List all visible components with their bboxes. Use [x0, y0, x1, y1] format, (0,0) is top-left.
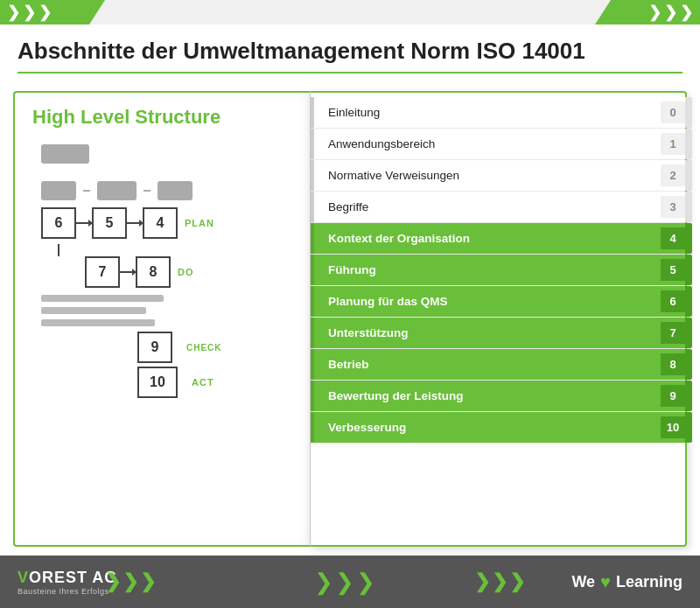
tab-edge-10	[685, 412, 692, 443]
top-bar: ❯ ❯ ❯ ❯ ❯ ❯	[0, 0, 700, 24]
section-label-2: Normative Verweisungen	[321, 169, 661, 182]
content-area: High Level Structure 6 5 4 PLAN	[0, 82, 700, 556]
section-label-8: Betrieb	[321, 358, 661, 371]
section-item-3: Begriffe3	[311, 192, 685, 223]
book-left-page: High Level Structure 6 5 4 PLAN	[13, 91, 311, 547]
connector-h2	[144, 190, 150, 192]
gray-block-3	[97, 181, 136, 200]
section-bar-3	[311, 192, 314, 222]
section-num-10: 10	[661, 416, 685, 438]
section-label-4: Kontext der Organisation	[321, 232, 661, 245]
act-label: ACT	[192, 377, 214, 388]
gray-block-2	[41, 181, 76, 200]
section-label-5: Führung	[321, 263, 661, 276]
section-num-1: 1	[661, 133, 685, 155]
corner-top-left: ❯ ❯ ❯	[0, 0, 105, 24]
we-text: We	[571, 573, 595, 591]
plan-label: PLAN	[185, 218, 214, 228]
arrow-5-4	[127, 222, 143, 224]
tab-edge-5	[685, 255, 692, 285]
vert-conn-1	[58, 244, 60, 256]
gray-line-2	[41, 307, 146, 314]
title-area: Abschnitte der Umweltmanagement Norm ISO…	[0, 24, 700, 82]
section-item-5: Führung5	[311, 255, 685, 286]
section-label-0: Einleitung	[321, 106, 661, 119]
section-bar-7	[311, 318, 314, 348]
section-num-4: 4	[661, 227, 685, 249]
section-bar-4	[311, 223, 314, 254]
section-label-6: Planung für das QMS	[321, 295, 661, 308]
section-bar-8	[311, 349, 314, 380]
plan-row: 6 5 4 PLAN	[41, 207, 292, 239]
section-bar-2	[311, 160, 314, 191]
do-row: 7 8 DO	[85, 256, 292, 288]
box-9: 9	[137, 332, 172, 363]
bl-chevron-1: ❯	[105, 570, 121, 593]
section-bar-6	[311, 286, 314, 317]
section-num-9: 9	[661, 385, 685, 407]
tab-edge-9	[685, 381, 692, 411]
section-item-8: Betrieb8	[311, 349, 685, 381]
section-bar-10	[311, 412, 314, 443]
brand-v: V	[18, 569, 29, 586]
section-label-10: Verbesserung	[321, 421, 661, 434]
br-chevron-1: ❯	[474, 570, 490, 593]
tab-edge-7	[685, 318, 692, 348]
corner-top-right: ❯ ❯ ❯	[595, 0, 700, 24]
box-10: 10	[137, 367, 178, 398]
bottom-right-chevrons: ❯ ❯ ❯	[474, 570, 525, 593]
box-6: 6	[41, 207, 76, 239]
brand-sub: Bausteine Ihres Erfolgs	[18, 587, 109, 596]
brand-name: VOREST AG	[18, 569, 117, 587]
section-label-1: Anwendungsbereich	[321, 137, 661, 150]
box-4: 4	[143, 207, 178, 239]
section-num-7: 7	[661, 322, 685, 344]
chevron-2: ❯	[335, 570, 354, 593]
tab-edge-3	[685, 192, 692, 222]
section-item-4: Kontext der Organisation4	[311, 223, 685, 255]
gray-block-4	[158, 181, 192, 200]
section-label-7: Unterstützung	[321, 326, 661, 339]
title-underline	[18, 72, 682, 73]
sections-list: Einleitung0Anwendungsbereich1Normative V…	[311, 97, 685, 444]
bl-chevron-2: ❯	[122, 570, 138, 593]
section-item-1: Anwendungsbereich1	[311, 129, 685, 160]
section-bar-1	[311, 129, 314, 159]
section-bar-9	[311, 381, 314, 411]
main-container: ❯ ❯ ❯ ❯ ❯ ❯ Abschnitte der Umweltmanagem…	[0, 0, 700, 608]
bottom-left-chevrons: ❯ ❯ ❯	[105, 570, 156, 593]
section-bar-0	[311, 97, 314, 128]
vorest-logo: VOREST AG Bausteine Ihres Erfolgs	[18, 569, 117, 596]
gray-line-3	[41, 319, 155, 326]
book-right-page: Einleitung0Anwendungsbereich1Normative V…	[311, 91, 687, 547]
check-label: CHECK	[186, 343, 222, 353]
heart-icon: ♥	[600, 572, 611, 592]
connector-h	[83, 190, 90, 192]
page-title: Abschnitte der Umweltmanagement Norm ISO…	[18, 38, 682, 65]
tab-edge-8	[685, 349, 692, 380]
gray-line-1	[41, 295, 164, 302]
tab-edge-1	[685, 129, 692, 159]
br-chevron-2: ❯	[492, 570, 508, 593]
gray-blocks-row1	[41, 144, 292, 164]
section-num-5: 5	[661, 259, 685, 281]
bl-chevron-3: ❯	[140, 570, 156, 593]
chevron-3: ❯	[356, 570, 375, 593]
section-num-3: 3	[661, 196, 685, 218]
section-item-9: Bewertung der Leistung9	[311, 381, 685, 412]
arrow-6-5	[76, 222, 92, 224]
section-item-10: Verbesserung10	[311, 412, 685, 444]
do-label: DO	[178, 267, 194, 277]
gray-blocks-row2	[41, 181, 292, 200]
section-num-8: 8	[661, 353, 685, 375]
act-row: 10 ACT	[137, 367, 292, 398]
section-num-6: 6	[661, 290, 685, 312]
footer: VOREST AG Bausteine Ihres Erfolgs ❯ ❯ ❯ …	[0, 556, 700, 608]
gray-block-1	[41, 144, 89, 164]
tab-edge-0	[685, 97, 692, 128]
section-item-2: Normative Verweisungen2	[311, 160, 685, 192]
section-num-0: 0	[661, 101, 685, 123]
learning-text: Learning	[616, 573, 682, 591]
section-num-2: 2	[661, 164, 685, 186]
box-8: 8	[136, 256, 171, 288]
